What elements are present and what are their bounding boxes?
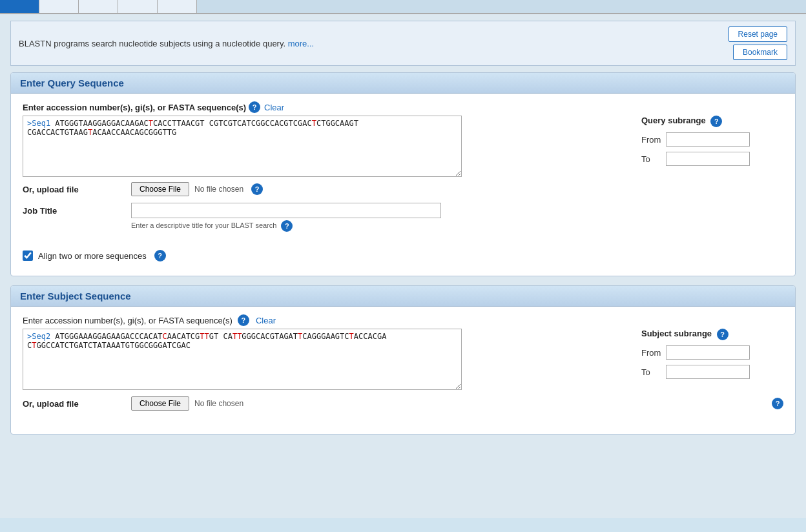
query-job-title-label: Job Title bbox=[23, 203, 126, 216]
subject-fasta-label: Enter accession number(s), gi(s), or FAS… bbox=[23, 316, 232, 325]
info-bar: BLASTN programs search nucleotide subjec… bbox=[10, 21, 796, 66]
subject-from-input[interactable] bbox=[666, 345, 750, 360]
subject-subrange-panel: Subject subrange ? From To bbox=[641, 329, 783, 384]
subject-from-row: From bbox=[641, 345, 783, 360]
subject-section-header: Enter Subject Sequence bbox=[11, 286, 795, 307]
subject-section: Enter Subject Sequence Enter accession n… bbox=[10, 285, 796, 435]
tab-bar bbox=[0, 0, 806, 14]
query-from-label: From bbox=[641, 135, 661, 145]
query-job-title-col: Enter a descriptive title for your BLAST… bbox=[131, 203, 783, 232]
subject-upload-row: Or, upload file Choose File No file chos… bbox=[23, 396, 783, 411]
query-choose-file-button[interactable]: Choose File bbox=[131, 182, 189, 196]
query-to-row: To bbox=[641, 152, 783, 166]
subject-no-file-text: No file chosen bbox=[194, 399, 243, 408]
query-job-title-help-icon[interactable]: ? bbox=[281, 220, 293, 232]
subject-label-row: Enter accession number(s), gi(s), or FAS… bbox=[23, 314, 783, 326]
align-row: Align two or more sequences ? bbox=[11, 245, 795, 267]
subject-to-input[interactable] bbox=[666, 365, 750, 379]
main-content: BLASTN programs search nucleotide subjec… bbox=[0, 14, 806, 518]
subject-seq-col: >Seq2 ATGGGAAAGGAGAAGACCCACATCAACATCGTTG… bbox=[23, 329, 628, 390]
subject-to-row: To bbox=[641, 365, 783, 379]
query-fasta-help-icon[interactable]: ? bbox=[249, 101, 260, 113]
query-subrange-help-icon[interactable]: ? bbox=[710, 116, 722, 127]
subject-sequence-display[interactable]: >Seq2 ATGGGAAAGGAGAAGACCCACATCAACATCGTTG… bbox=[23, 329, 462, 390]
query-upload-help-icon[interactable]: ? bbox=[251, 183, 263, 195]
more-link[interactable]: more... bbox=[288, 39, 314, 48]
subject-subrange-title: Subject subrange ? bbox=[641, 329, 783, 340]
subject-upload-help-icon[interactable]: ? bbox=[772, 398, 783, 409]
subject-from-label: From bbox=[641, 348, 661, 358]
tab-blastx[interactable] bbox=[79, 0, 118, 13]
query-clear-link[interactable]: Clear bbox=[264, 103, 284, 112]
info-buttons: Reset page Bookmark bbox=[728, 26, 787, 60]
align-checkbox[interactable] bbox=[23, 251, 33, 261]
query-upload-row: Or, upload file Choose File No file chos… bbox=[23, 182, 783, 196]
info-description: BLASTN programs search nucleotide subjec… bbox=[19, 39, 314, 48]
query-to-label: To bbox=[641, 154, 661, 164]
tab-tblastn[interactable] bbox=[118, 0, 158, 13]
align-help-icon[interactable]: ? bbox=[154, 250, 166, 261]
query-seq-subrange: >Seq1 ATGGGTAAGGAGGACAAGACTCACCTTAACGT C… bbox=[23, 116, 783, 177]
query-subrange-title: Query subrange ? bbox=[641, 116, 783, 127]
query-subrange-panel: Query subrange ? From To bbox=[641, 116, 783, 171]
query-sequence-display[interactable]: >Seq1 ATGGGTAAGGAGGACAAGACTCACCTTAACGT C… bbox=[23, 116, 462, 177]
query-section: Enter Query Sequence Enter accession num… bbox=[10, 72, 796, 276]
query-to-input[interactable] bbox=[666, 152, 750, 166]
query-section-body: Enter accession number(s), gi(s), or FAS… bbox=[11, 94, 795, 245]
subject-upload-label: Or, upload file bbox=[23, 399, 126, 409]
subject-subrange-help-icon[interactable]: ? bbox=[717, 329, 728, 340]
query-label-row: Enter accession number(s), gi(s), or FAS… bbox=[23, 101, 783, 113]
bookmark-button[interactable]: Bookmark bbox=[733, 45, 787, 60]
subject-to-label: To bbox=[641, 367, 661, 377]
query-job-title-row: Job Title Enter a descriptive title for … bbox=[23, 203, 783, 232]
reset-page-button[interactable]: Reset page bbox=[728, 26, 787, 42]
subject-clear-link[interactable]: Clear bbox=[256, 316, 276, 325]
query-job-title-desc: Enter a descriptive title for your BLAST… bbox=[131, 220, 783, 232]
query-fasta-label: Enter accession number(s), gi(s), or FAS… bbox=[23, 103, 246, 112]
query-seq-col: >Seq1 ATGGGTAAGGAGGACAAGACTCACCTTAACGT C… bbox=[23, 116, 628, 177]
subject-choose-file-button[interactable]: Choose File bbox=[131, 396, 189, 411]
tab-blastp[interactable] bbox=[39, 0, 79, 13]
align-label: Align two or more sequences bbox=[38, 251, 147, 261]
query-from-input[interactable] bbox=[666, 132, 750, 147]
query-job-title-input[interactable] bbox=[131, 203, 441, 218]
tab-tblastx[interactable] bbox=[158, 0, 197, 13]
query-section-header: Enter Query Sequence bbox=[11, 73, 795, 94]
tab-blastn[interactable] bbox=[0, 0, 39, 13]
subject-section-body: Enter accession number(s), gi(s), or FAS… bbox=[11, 307, 795, 425]
subject-fasta-help-icon[interactable]: ? bbox=[238, 314, 249, 326]
query-from-row: From bbox=[641, 132, 783, 147]
query-no-file-text: No file chosen bbox=[194, 185, 243, 194]
query-upload-label: Or, upload file bbox=[23, 185, 126, 194]
subject-seq-subrange: >Seq2 ATGGGAAAGGAGAAGACCCACATCAACATCGTTG… bbox=[23, 329, 783, 390]
